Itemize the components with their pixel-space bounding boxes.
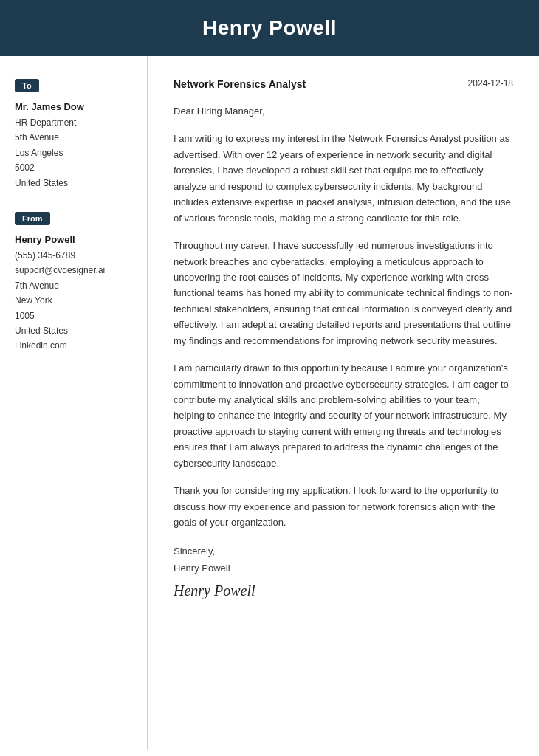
sender-line3: 1005 — [15, 309, 132, 323]
sender-line4: United States — [15, 323, 132, 338]
sender-name: Henry Powell — [15, 234, 132, 245]
letter-closing: Sincerely, Henry Powell — [174, 543, 513, 577]
sender-email: support@cvdesigner.ai — [15, 263, 132, 278]
letter-paragraph3: I am particularly drawn to this opportun… — [174, 360, 513, 471]
letter-paragraph1: I am writing to express my interest in t… — [174, 131, 513, 226]
header: Henry Powell — [0, 0, 539, 56]
to-badge: To — [15, 79, 39, 92]
sender-line1: 7th Avenue — [15, 278, 132, 293]
recipient-line2: 5th Avenue — [15, 130, 132, 145]
header-name: Henry Powell — [15, 16, 524, 40]
letter-body: Dear Hiring Manager, I am writing to exp… — [174, 103, 513, 531]
recipient-line1: HR Department — [15, 115, 132, 130]
closing-word: Sincerely, — [174, 543, 513, 560]
recipient-line3: Los Angeles — [15, 145, 132, 160]
letter-paragraph4: Thank you for considering my application… — [174, 483, 513, 530]
from-section: From Henry Powell (555) 345-6789 support… — [15, 211, 132, 354]
recipient-line5: United States — [15, 176, 132, 190]
letter-header: Network Forensics Analyst 2024-12-18 — [174, 78, 513, 90]
main-letter: Network Forensics Analyst 2024-12-18 Dea… — [148, 56, 539, 750]
recipient-line4: 5002 — [15, 160, 132, 175]
sender-phone: (555) 345-6789 — [15, 248, 132, 263]
page: Henry Powell To Mr. James Dow HR Departm… — [0, 0, 539, 756]
recipient-name: Mr. James Dow — [15, 101, 132, 112]
letter-greeting: Dear Hiring Manager, — [174, 103, 513, 119]
letter-paragraph2: Throughout my career, I have successfull… — [174, 238, 513, 348]
to-section: To Mr. James Dow HR Department 5th Avenu… — [15, 78, 132, 190]
job-title: Network Forensics Analyst — [174, 78, 306, 90]
sidebar: To Mr. James Dow HR Department 5th Avenu… — [0, 56, 148, 750]
sender-line5: Linkedin.com — [15, 338, 132, 353]
sender-line2: New York — [15, 293, 132, 308]
closing-name: Henry Powell — [174, 560, 513, 577]
from-badge: From — [15, 212, 50, 225]
signature-script: Henry Powell — [174, 583, 513, 599]
content: To Mr. James Dow HR Department 5th Avenu… — [0, 56, 539, 750]
letter-date: 2024-12-18 — [468, 78, 513, 89]
